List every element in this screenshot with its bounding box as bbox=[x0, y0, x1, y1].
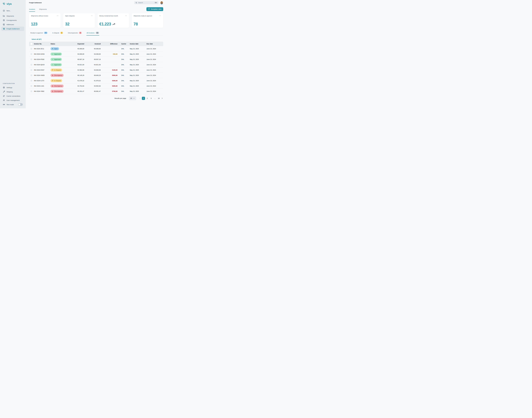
cell-invoiced: €1.978,32 bbox=[85, 80, 102, 81]
col-status: Status bbox=[51, 43, 69, 45]
prev-page-button[interactable] bbox=[139, 97, 141, 99]
card-menu-button[interactable]: ⋯ bbox=[57, 15, 59, 16]
row-checkbox[interactable] bbox=[31, 69, 32, 71]
cell-invoice-no: INV-2024-VM35 bbox=[34, 74, 51, 76]
stat-card-shipments-without-invoice: Shipments without invoice⋯123 bbox=[29, 13, 61, 28]
cell-expected: €2.963,58 bbox=[69, 69, 85, 71]
sidebar-item-shipments[interactable]: Shipments bbox=[1, 14, 24, 18]
row-checkbox[interactable] bbox=[31, 74, 32, 76]
sidebar-item-carrier-connections[interactable]: Carrier connections bbox=[1, 94, 24, 98]
filter-tab-in-dispute[interactable]: In dispute6 bbox=[52, 31, 63, 35]
main-content: Freight Settlement ⌘K InvoicesShipments … bbox=[26, 0, 167, 108]
col-invoice-no: Invoice No. bbox=[34, 43, 51, 45]
stat-card-money-reclaimed-last-month: Money reclaimed last month⋯€1.223 bbox=[97, 13, 129, 28]
row-checkbox[interactable] bbox=[31, 91, 32, 92]
chevron-down-icon bbox=[133, 97, 135, 99]
filter-tab-ready-to-approve[interactable]: Ready to approve78 bbox=[30, 31, 48, 35]
stat-card-shipments-ready-to-approve: Shipments ready to approve⋯78 bbox=[132, 13, 163, 28]
brand-logo[interactable]: viya bbox=[1, 2, 24, 6]
cell-expected: €6.291,47 bbox=[69, 91, 85, 92]
row-checkbox[interactable] bbox=[31, 53, 32, 55]
card-menu-button[interactable]: ⋯ bbox=[159, 15, 161, 16]
barrier-icon bbox=[3, 104, 5, 106]
sidebar-item-user-management[interactable]: User management bbox=[1, 98, 24, 102]
cell-checkbox bbox=[29, 74, 34, 76]
pager: 123…10 bbox=[139, 97, 163, 100]
stat-card-open-disputes: Open disputes⋯32 bbox=[63, 13, 95, 28]
tab-invoices[interactable]: Invoices bbox=[29, 8, 35, 12]
select-all-checkbox[interactable] bbox=[31, 43, 32, 45]
status-label: Discrepancy bbox=[54, 85, 62, 87]
col-carrier: Carrier bbox=[118, 43, 128, 45]
cell-status: Discrepancy bbox=[51, 84, 69, 87]
cell-checkbox bbox=[29, 53, 34, 55]
card-menu-button[interactable]: ⋯ bbox=[125, 15, 127, 16]
row-checkbox[interactable] bbox=[31, 64, 32, 66]
cell-invoice-no: INV-2024-QK29 bbox=[34, 64, 51, 66]
sidebar-item-addresses[interactable]: Addresses bbox=[1, 22, 24, 27]
cell-invoice-date: May 23, 2025 bbox=[128, 91, 145, 92]
filter-tab-all-invoices[interactable]: All invoices92 bbox=[86, 31, 99, 35]
sidebar-item-consignments[interactable]: Consignments bbox=[1, 18, 24, 22]
row-checkbox[interactable] bbox=[31, 58, 32, 60]
sidebar-item-label: Shipping bbox=[7, 91, 13, 93]
warning-icon bbox=[52, 91, 53, 92]
cell-invoiced: €4.030,00 bbox=[85, 53, 102, 55]
status-badge-discrepancy: Discrepancy bbox=[51, 74, 64, 77]
row-checkbox[interactable] bbox=[31, 80, 32, 81]
page-button-2[interactable]: 2 bbox=[146, 97, 149, 100]
table-row[interactable]: INV-2024-ZE11Open€5.000,00€5.000,00DHLMa… bbox=[29, 46, 163, 51]
cell-expected: €1.678,32 bbox=[69, 80, 85, 81]
test-mode-toggle[interactable] bbox=[18, 103, 23, 106]
sidebar-item-label: Addresses bbox=[7, 24, 14, 25]
search-shortcut: ⌘K bbox=[155, 2, 157, 3]
card-menu-button[interactable]: ⋯ bbox=[91, 15, 93, 16]
table-row[interactable]: INV-2024-VM35Discrepancy€8.145,29€8.645,… bbox=[29, 73, 163, 78]
user-avatar[interactable] bbox=[160, 1, 163, 4]
select-all-button[interactable]: Select all (67) bbox=[32, 38, 42, 40]
cell-due-date: June 23, 2024 bbox=[145, 53, 163, 55]
cell-checkbox bbox=[29, 64, 34, 66]
chevron-right-icon bbox=[161, 97, 163, 99]
new-button[interactable]: New... bbox=[1, 9, 24, 13]
filter-tabs: Ready to approve78In dispute6Discrepanci… bbox=[29, 31, 163, 35]
sidebar-item-freight-settlement[interactable]: Freight Settlement bbox=[1, 27, 24, 31]
trend-up-icon bbox=[112, 23, 115, 26]
search-box[interactable]: ⌘K bbox=[134, 1, 158, 4]
cell-invoiced: €3.063,58 bbox=[85, 69, 102, 71]
table-row[interactable]: INV-2024-LS41Discrepancy€3.752,84€3.952,… bbox=[29, 83, 163, 89]
sidebar-item-settings[interactable]: Settings bbox=[1, 85, 24, 90]
cell-difference: €700,00 bbox=[102, 91, 118, 92]
filter-tab-count: 8 bbox=[79, 32, 81, 34]
page-button-10[interactable]: 10 bbox=[157, 97, 160, 100]
table-row[interactable]: INV-2024-PD82Approved€9.507,16€9.507,16D… bbox=[29, 57, 163, 62]
cell-due-date: June 23, 2024 bbox=[145, 58, 163, 60]
page-button-3[interactable]: 3 bbox=[150, 97, 153, 100]
results-per-page-select[interactable]: 25 bbox=[129, 96, 136, 100]
row-checkbox[interactable] bbox=[31, 48, 32, 50]
cell-due-date: June 23, 2024 bbox=[145, 64, 163, 66]
filter-icon bbox=[148, 8, 150, 10]
viya-logo-icon bbox=[2, 2, 6, 5]
cell-carrier: DHL bbox=[118, 91, 128, 92]
test-mode-row: Test mode bbox=[1, 102, 24, 107]
cell-invoiced: €9.507,16 bbox=[85, 58, 102, 60]
check-icon bbox=[52, 53, 53, 55]
table-row[interactable]: INV-2024-YB92Discrepancy€6.291,47€6.991,… bbox=[29, 89, 163, 94]
row-checkbox[interactable] bbox=[31, 85, 32, 87]
next-page-button[interactable] bbox=[161, 97, 163, 99]
filter-tab-discrepancies[interactable]: Discrepancies8 bbox=[68, 31, 82, 35]
card-value-row: 78 bbox=[134, 22, 161, 26]
exception-rules-button[interactable]: Exception rules bbox=[146, 7, 163, 11]
sidebar-item-shipping[interactable]: Shipping bbox=[1, 90, 24, 94]
search-input[interactable] bbox=[138, 2, 154, 3]
status-label: Approved bbox=[54, 64, 60, 66]
topbar: Freight Settlement ⌘K bbox=[29, 0, 163, 5]
table-row[interactable]: INV-2024-GH54Approved€4.000,00€4.030,00€… bbox=[29, 51, 163, 57]
table-row[interactable]: INV-2024-RX67In Dispute€2.963,58€3.063,5… bbox=[29, 67, 163, 73]
status-badge-discrepancy: Discrepancy bbox=[51, 90, 64, 93]
table-row[interactable]: INV-2024-UJ73In Dispute€1.678,32€1.978,3… bbox=[29, 78, 163, 83]
tab-shipments[interactable]: Shipments bbox=[39, 8, 47, 12]
page-button-1[interactable]: 1 bbox=[142, 97, 145, 100]
table-row[interactable]: INV-2024-QK29Approved€4.821,93€4.821,93D… bbox=[29, 62, 163, 67]
